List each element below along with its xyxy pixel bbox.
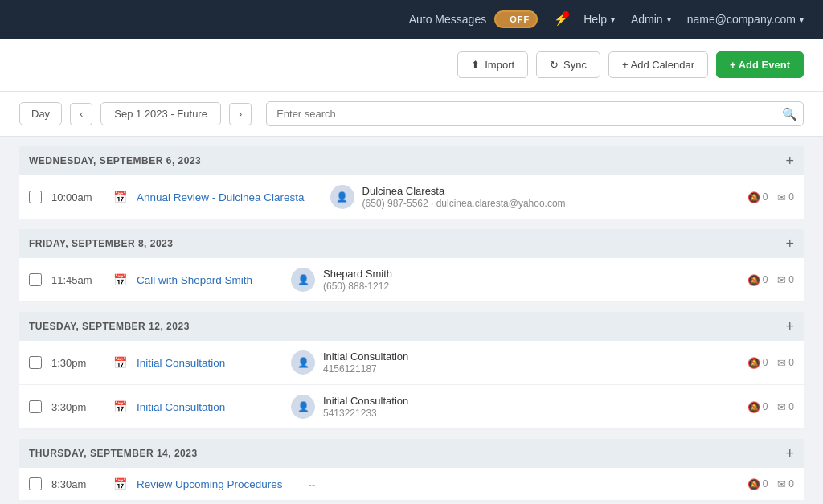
event-actions: 🔕 0 ✉ 0 [747,401,794,413]
admin-menu[interactable]: Admin ▾ [631,13,671,26]
calendar-icon: 📅 [113,400,127,413]
event-title[interactable]: Call with Shepard Smith [137,274,265,286]
contact-info: Initial Consultation 4156121187 [323,350,738,375]
user-menu[interactable]: name@company.com ▾ [687,13,804,26]
event-checkbox[interactable] [29,356,42,369]
avatar: 👤 [330,185,354,209]
msg-count: 0 [788,401,794,412]
sync-icon: ↻ [550,59,559,71]
message-action: ✉ 0 [777,191,794,203]
auto-messages-label: Auto Messages [409,13,487,26]
bell-action: 🔕 0 [747,478,768,490]
event-contact: 👤 Shepard Smith (650) 888-1212 [291,268,738,292]
next-date-button[interactable]: › [229,103,252,125]
bell-action: 🔕 0 [747,401,768,413]
date-section-header-0: WEDNESDAY, SEPTEMBER 6, 2023 + [19,146,804,175]
message-icon: ✉ [777,274,786,286]
day-view-button[interactable]: Day [19,102,62,125]
contact-info: Dulcinea Claresta (650) 987-5562 · dulci… [362,185,738,209]
event-time: 3:30pm [51,401,104,413]
section-add-button[interactable]: + [785,319,794,334]
sync-button[interactable]: ↻ Sync [536,51,600,78]
event-time: 8:30am [51,478,104,490]
user-chevron-icon: ▾ [800,15,804,24]
date-range-display: Sep 1 2023 - Future [100,102,221,125]
event-checkbox[interactable] [29,400,42,413]
message-icon: ✉ [777,357,786,369]
avatar-icon: 👤 [297,357,309,368]
contact-sub: 5413221233 [323,408,738,419]
prev-date-button[interactable]: ‹ [70,103,92,125]
no-contact: -- [309,478,738,490]
date-section-label: WEDNESDAY, SEPTEMBER 6, 2023 [29,155,201,166]
event-time: 11:45am [51,274,104,286]
event-actions: 🔕 0 ✉ 0 [747,478,794,490]
event-actions: 🔕 0 ✉ 0 [747,357,794,369]
admin-label: Admin [631,13,663,26]
search-input[interactable] [266,101,804,126]
admin-chevron-icon: ▾ [667,15,671,24]
message-icon: ✉ [777,478,786,490]
bell-action: 🔕 0 [747,274,768,286]
event-title[interactable]: Initial Consultation [137,357,265,369]
bell-count: 0 [763,274,768,285]
calendar-icon: 📅 [113,477,127,490]
event-title[interactable]: Annual Review - Dulcinea Claresta [137,191,305,203]
avatar-icon: 👤 [297,274,309,285]
search-wrapper: 🔍 [266,101,804,126]
calendar-icon: 📅 [113,273,127,286]
message-icon: ✉ [777,191,786,203]
date-section-label: TUESDAY, SEPTEMBER 12, 2023 [29,321,190,332]
bell-count: 0 [763,478,768,490]
msg-count: 0 [788,357,794,368]
msg-count: 0 [788,191,794,203]
bell-count: 0 [763,357,768,368]
message-icon: ✉ [777,401,786,413]
event-actions: 🔕 0 ✉ 0 [747,191,794,203]
contact-name: Shepard Smith [323,268,738,280]
avatar: 👤 [291,268,315,292]
help-label: Help [583,13,607,26]
event-row: 8:30am 📅 Review Upcoming Procedures -- 🔕… [19,468,804,501]
contact-name: Initial Consultation [323,350,738,363]
notification-badge [563,11,569,18]
filter-bar: Day ‹ Sep 1 2023 - Future › 🔍 [0,92,823,137]
auto-messages-toggle[interactable]: OFF [494,10,538,28]
bell-icon: 🔕 [747,357,760,369]
event-contact: 👤 Initial Consultation 5413221233 [291,395,738,419]
add-event-button[interactable]: + Add Event [716,51,804,78]
add-calendar-button[interactable]: + Add Calendar [608,51,708,78]
date-section-label: FRIDAY, SEPTEMBER 8, 2023 [29,238,173,249]
avatar-icon: 👤 [297,401,309,412]
contact-sub: (650) 987-5562 · dulcinea.claresta@yahoo… [362,198,738,209]
search-button[interactable]: 🔍 [782,107,797,121]
calendar-icon: 📅 [113,356,127,369]
event-time: 1:30pm [51,357,104,369]
contact-sub: 4156121187 [323,363,738,375]
notifications-button[interactable]: ⚡ [554,13,567,26]
contact-name: Initial Consultation [323,395,738,407]
import-button[interactable]: ⬆ Import [457,51,528,78]
bell-icon: 🔕 [747,274,760,286]
event-checkbox[interactable] [29,273,42,286]
avatar: 👤 [291,350,315,375]
event-title[interactable]: Review Upcoming Procedures [137,478,283,490]
section-add-button[interactable]: + [785,236,794,251]
calendar-content: WEDNESDAY, SEPTEMBER 6, 2023 + 10:00am 📅… [0,146,823,504]
bell-icon: 🔕 [747,478,760,490]
event-contact: 👤 Dulcinea Claresta (650) 987-5562 · dul… [330,185,738,209]
section-add-button[interactable]: + [785,446,794,461]
msg-count: 0 [788,274,794,285]
top-nav: Auto Messages OFF ⚡ Help ▾ Admin ▾ name@… [0,0,823,39]
event-actions: 🔕 0 ✉ 0 [747,274,794,286]
avatar: 👤 [291,395,315,419]
event-checkbox[interactable] [29,477,42,490]
event-title[interactable]: Initial Consultation [137,401,265,413]
message-action: ✉ 0 [777,357,794,369]
event-checkbox[interactable] [29,191,42,203]
section-add-button[interactable]: + [785,154,794,168]
bell-action: 🔕 0 [747,357,768,369]
help-menu[interactable]: Help ▾ [583,13,615,26]
event-time: 10:00am [51,191,104,203]
contact-info: Initial Consultation 5413221233 [323,395,738,419]
